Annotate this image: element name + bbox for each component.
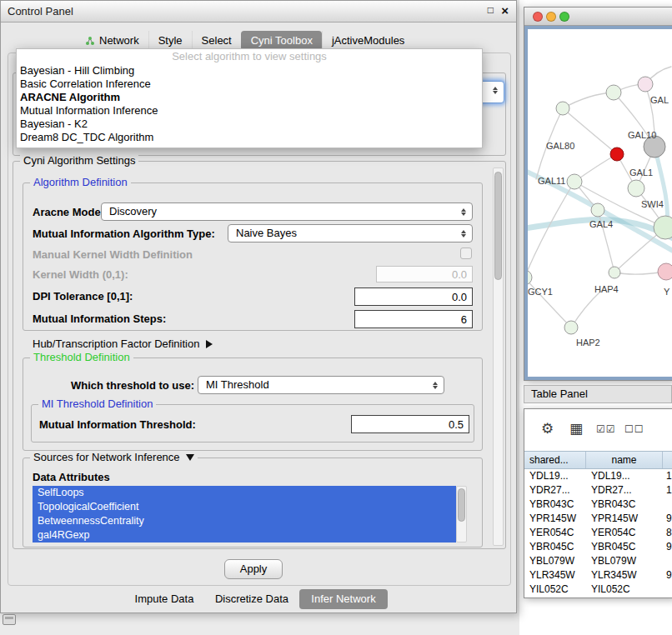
dropdown-item-bayesian-hill-climbing[interactable]: Bayesian - Hill Climbing — [17, 64, 482, 78]
column-header-shared-name[interactable]: shared... — [524, 452, 586, 468]
network-node[interactable] — [556, 102, 569, 115]
mi-steps-input[interactable] — [354, 310, 473, 328]
close-window-icon[interactable]: × — [501, 3, 509, 18]
table-panel-title[interactable]: Table Panel — [524, 385, 672, 403]
network-node[interactable] — [606, 85, 621, 100]
tab-infer-network[interactable]: Infer Network — [299, 589, 388, 609]
attributes-scrollbar-thumb[interactable] — [458, 488, 465, 522]
dpi-tolerance-input[interactable] — [354, 288, 473, 306]
node-label: GAL — [650, 95, 669, 105]
tab-impute-data[interactable]: Impute Data — [126, 589, 203, 609]
dropdown-prompt: Select algorithm to view settings — [17, 49, 482, 64]
attributes-scrollbar[interactable] — [456, 486, 467, 542]
dropdown-item-dream8[interactable]: Dream8 DC_TDC Algorithm — [17, 131, 482, 144]
network-node[interactable] — [528, 270, 532, 285]
table-row[interactable]: YPR145WYPR145W9... — [524, 512, 672, 526]
network-node[interactable] — [628, 180, 644, 197]
mi-threshold-input[interactable] — [351, 415, 469, 433]
bottom-tabs: Impute Data Discretize Data Infer Networ… — [1, 589, 518, 609]
network-view-window: GALGAL80GAL10GAL11GAL1SWI4GAL4GCY1HAP4HA… — [524, 7, 672, 381]
data-attributes-list: SelfLoops TopologicalCoefficient Between… — [33, 486, 456, 542]
dropdown-item-mutual-information[interactable]: Mutual Information Inference — [17, 104, 482, 118]
network-node[interactable] — [564, 321, 578, 334]
close-light-icon[interactable] — [533, 12, 543, 22]
combo-arrows-icon — [459, 228, 467, 239]
float-window-icon[interactable]: □ — [488, 4, 494, 16]
algorithm-dropdown-list: Select algorithm to view settings Bayesi… — [16, 48, 483, 148]
table-cell: YLR345W — [524, 568, 586, 582]
tab-discretize-data[interactable]: Discretize Data — [206, 589, 298, 609]
table-row[interactable]: YIL052CYIL052C — [524, 582, 672, 597]
manual-kernel-checkbox[interactable] — [460, 248, 472, 259]
network-canvas[interactable]: GALGAL80GAL10GAL11GAL1SWI4GAL4GCY1HAP4HA… — [524, 26, 672, 380]
network-window-titlebar[interactable] — [524, 8, 672, 26]
table-row[interactable]: YBL079WYBL079W — [524, 554, 672, 568]
apply-button[interactable]: Apply — [224, 559, 283, 579]
network-node[interactable] — [609, 267, 620, 278]
network-node[interactable] — [591, 203, 604, 217]
network-edge[interactable] — [571, 291, 601, 328]
network-edge[interactable] — [528, 278, 571, 328]
table-toolbar: ⚙ ▦ ☑☑ ☐☐ — [524, 409, 672, 451]
column-header-extra[interactable] — [663, 452, 672, 468]
hub-definition-toggle[interactable]: Hub/Transcription Factor Definition — [33, 338, 213, 350]
settings-scrollbar-thumb[interactable] — [494, 172, 502, 280]
expand-arrow-icon — [206, 340, 213, 348]
attribute-item-selfloops[interactable]: SelfLoops — [33, 486, 456, 500]
sources-toggle[interactable]: Sources for Network Inference — [30, 451, 198, 463]
network-edge[interactable] — [563, 92, 614, 108]
network-node[interactable] — [567, 174, 582, 189]
data-attributes-label: Data Attributes — [33, 471, 110, 483]
dropdown-item-aracne[interactable]: ARACNE Algorithm — [17, 91, 482, 104]
table-cell: 9... — [663, 568, 672, 582]
kernel-width-label: Kernel Width (0,1): — [33, 268, 128, 281]
table-cell: 9... — [663, 540, 672, 554]
cyni-settings-title: Cyni Algorithm Settings — [20, 154, 138, 167]
network-graph: GALGAL80GAL10GAL11GAL1SWI4GAL4GCY1HAP4HA… — [528, 29, 672, 380]
dropdown-item-bayesian-k2[interactable]: Bayesian - K2 — [17, 118, 482, 131]
mi-algorithm-type-value: Naive Bayes — [228, 225, 472, 242]
zoom-light-icon[interactable] — [559, 12, 569, 22]
table-cell: YIL052C — [524, 582, 586, 597]
network-node[interactable] — [610, 148, 624, 161]
table-cell: YDL19... — [586, 469, 663, 483]
network-node[interactable] — [638, 77, 653, 92]
table-row[interactable]: YDR27...YDR27...12... — [524, 483, 672, 498]
table-cell — [663, 498, 672, 512]
network-node[interactable] — [658, 263, 672, 280]
table-row[interactable]: YBR045CYBR045C9... — [524, 540, 672, 554]
control-panel-titlebar[interactable]: Control Panel □ × — [1, 1, 516, 22]
table-header: shared... name — [524, 451, 672, 469]
table-row[interactable]: YDL19...YDL19...13... — [524, 469, 672, 483]
aracne-mode-combobox[interactable]: Discovery — [101, 202, 473, 221]
node-label: Y — [664, 287, 670, 297]
columns-icon[interactable]: ▦ — [569, 420, 583, 438]
table-row[interactable]: YLR345WYLR345W9... — [524, 568, 672, 582]
screen: Control Panel □ × Network Style Select C… — [0, 0, 672, 635]
minimize-light-icon[interactable] — [546, 12, 556, 22]
settings-scrollbar[interactable] — [493, 168, 504, 546]
table-cell: YIL052C — [586, 582, 663, 597]
mi-algorithm-type-label: Mutual Information Algorithm Type: — [33, 228, 215, 240]
select-unchecked-icon[interactable]: ☐☐ — [624, 423, 644, 435]
aracne-mode-label: Aracne Mode: — [33, 206, 104, 218]
kernel-width-input[interactable] — [376, 266, 473, 282]
gear-icon[interactable]: ⚙ — [541, 420, 554, 438]
attribute-item-gal4rgexp[interactable]: gal4RGexp — [33, 528, 456, 542]
column-header-name[interactable]: name — [586, 452, 663, 468]
table-cell: YER054C — [524, 526, 586, 540]
table-cell: YER054C — [586, 526, 663, 540]
dropdown-item-basic-correlation[interactable]: Basic Correlation Inference — [17, 78, 482, 91]
table-cell: YBL079W — [524, 554, 586, 568]
mi-threshold-label: Mutual Information Threshold: — [39, 418, 196, 431]
table-row[interactable]: YER054CYER054C8... — [524, 526, 672, 540]
attribute-item-topologicalcoefficient[interactable]: TopologicalCoefficient — [33, 500, 456, 514]
table-cell: YDL19... — [524, 469, 586, 483]
attribute-item-betweennesscentrality[interactable]: BetweennessCentrality — [33, 514, 456, 528]
which-threshold-combobox[interactable]: MI Threshold — [198, 376, 444, 394]
minimized-panel-icon[interactable] — [3, 614, 16, 625]
mi-algorithm-type-combobox[interactable]: Naive Bayes — [228, 224, 473, 242]
table-row[interactable]: YBR043CYBR043C — [524, 498, 672, 512]
node-label: GAL4 — [589, 219, 613, 229]
select-checked-icon[interactable]: ☑☑ — [596, 423, 616, 435]
